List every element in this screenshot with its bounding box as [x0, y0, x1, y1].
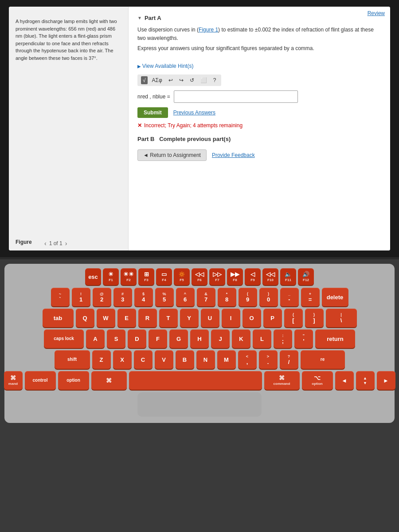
instruction-1: Use dispersion curves in (Figure 1) to e…	[137, 26, 381, 43]
key-4[interactable]: $4	[134, 288, 153, 306]
key-f4[interactable]: ▭F4	[156, 268, 172, 285]
redo-button[interactable]: ↪	[177, 76, 185, 84]
key-l[interactable]: L	[253, 329, 271, 348]
key-f2[interactable]: ☀☀F2	[121, 268, 137, 285]
key-f8[interactable]: ▶▶F8	[227, 268, 243, 285]
key-y[interactable]: Y	[180, 309, 199, 327]
key-d[interactable]: D	[128, 329, 146, 348]
key-h[interactable]: H	[190, 329, 209, 348]
key-3[interactable]: #3	[113, 288, 132, 306]
key-option-left[interactable]: option	[58, 371, 89, 390]
key-i[interactable]: I	[222, 309, 240, 327]
key-option-right[interactable]: ⌥option	[302, 371, 333, 390]
key-o[interactable]: O	[243, 309, 261, 327]
key-f11[interactable]: 🔈F11	[280, 268, 296, 285]
key-backslash[interactable]: |\	[326, 309, 357, 327]
key-2[interactable]: @2	[93, 288, 111, 306]
part-b-text: Complete previous part(s)	[159, 136, 231, 142]
key-k[interactable]: K	[232, 329, 250, 348]
key-bracket-open[interactable]: {[	[284, 309, 303, 327]
key-e[interactable]: E	[117, 309, 136, 327]
right-panel: ▼ Part A Use dispersion curves in (Figur…	[129, 7, 390, 250]
review-link[interactable]: Review	[368, 10, 385, 16]
key-command-left[interactable]: ⌘	[91, 371, 127, 390]
key-space[interactable]	[129, 371, 262, 390]
key-equals[interactable]: +=	[301, 288, 320, 306]
key-tab[interactable]: tab	[43, 309, 74, 327]
key-w[interactable]: W	[97, 309, 115, 327]
provide-feedback-link[interactable]: Provide Feedback	[212, 152, 255, 158]
key-z[interactable]: Z	[92, 350, 111, 369]
keyboard: esc ☀F1 ☀☀F2 ⊞F3 ▭F4 🔅F5 ◁◁F6 ▷▷F7 ▶▶F8 …	[4, 264, 395, 423]
key-shift-right[interactable]: re	[301, 350, 345, 369]
key-c[interactable]: C	[134, 350, 153, 369]
key-n[interactable]: N	[196, 350, 215, 369]
key-capslock[interactable]: caps lock	[44, 329, 84, 348]
key-s[interactable]: S	[107, 329, 125, 348]
key-slash[interactable]: ?/	[280, 350, 298, 369]
key-f9[interactable]: ◁F9	[245, 268, 261, 285]
key-8[interactable]: *8	[218, 288, 236, 306]
key-f3[interactable]: ⊞F3	[138, 268, 154, 285]
key-shift-left[interactable]: shift	[55, 350, 90, 369]
key-r[interactable]: R	[138, 309, 157, 327]
key-fn[interactable]: ⌘mand	[4, 371, 23, 390]
camera-button[interactable]: ⬜	[199, 76, 209, 84]
key-f5[interactable]: 🔅F5	[174, 268, 190, 285]
key-delete[interactable]: delete	[322, 288, 348, 306]
key-6[interactable]: ^6	[176, 288, 195, 306]
key-x[interactable]: X	[113, 350, 132, 369]
key-arrow-right[interactable]: ►	[377, 371, 395, 390]
sqrt-button[interactable]: √	[141, 76, 148, 84]
previous-answers-link[interactable]: Previous Answers	[173, 110, 215, 116]
key-control[interactable]: control	[25, 371, 56, 390]
key-backtick[interactable]: ~`	[51, 288, 70, 306]
key-esc[interactable]: esc	[85, 268, 101, 285]
key-arrow-updown[interactable]: ▲▼	[356, 371, 375, 390]
answer-input[interactable]	[174, 90, 298, 103]
reset-button[interactable]: ↺	[188, 76, 196, 84]
key-quote[interactable]: "'	[294, 329, 313, 348]
symbol-button[interactable]: AΣφ	[150, 76, 164, 84]
key-minus[interactable]: _-	[280, 288, 299, 306]
key-a[interactable]: A	[86, 329, 105, 348]
key-j[interactable]: J	[211, 329, 230, 348]
key-f10[interactable]: ◁◁F10	[262, 268, 278, 285]
submit-button[interactable]: Submit	[137, 107, 168, 118]
key-7[interactable]: &7	[197, 288, 215, 306]
key-command-right[interactable]: ⌘command	[264, 371, 300, 390]
key-t[interactable]: T	[159, 309, 178, 327]
key-semicolon[interactable]: :;	[274, 329, 292, 348]
key-m[interactable]: M	[217, 350, 236, 369]
next-figure-arrow[interactable]: ›	[65, 240, 67, 247]
key-bracket-close[interactable]: }]	[305, 309, 324, 327]
key-comma[interactable]: <,	[238, 350, 257, 369]
hint-link[interactable]: View Available Hint(s)	[137, 63, 381, 69]
key-arrow-left[interactable]: ◄	[335, 371, 354, 390]
key-u[interactable]: U	[201, 309, 219, 327]
key-f1[interactable]: ☀F1	[103, 268, 119, 285]
key-period[interactable]: >.	[259, 350, 278, 369]
key-f[interactable]: F	[149, 329, 167, 348]
figure-1-link[interactable]: Figure 1	[199, 27, 218, 33]
key-v[interactable]: V	[155, 350, 173, 369]
help-button[interactable]: ?	[211, 76, 218, 84]
part-b-label: Part B Complete previous part(s)	[137, 136, 381, 142]
key-0[interactable]: )0	[259, 288, 278, 306]
key-f7[interactable]: ▷▷F7	[209, 268, 225, 285]
undo-button[interactable]: ↩	[167, 76, 175, 84]
key-f12[interactable]: 🔊F12	[298, 268, 314, 285]
key-9[interactable]: (9	[239, 288, 257, 306]
key-1[interactable]: !1	[72, 288, 90, 306]
key-return[interactable]: return	[315, 329, 355, 348]
prev-figure-arrow[interactable]: ‹	[44, 240, 47, 247]
return-to-assignment-button[interactable]: ◄ Return to Assignment	[137, 149, 207, 161]
key-f6[interactable]: ◁◁F6	[192, 268, 207, 285]
key-5[interactable]: %5	[155, 288, 174, 306]
key-p[interactable]: P	[263, 309, 282, 327]
screen-content: Review A hydrogen discharge lamp emits l…	[9, 7, 390, 250]
trackpad[interactable]	[137, 392, 262, 417]
key-b[interactable]: B	[176, 350, 194, 369]
key-g[interactable]: G	[169, 329, 188, 348]
key-q[interactable]: Q	[76, 309, 94, 327]
